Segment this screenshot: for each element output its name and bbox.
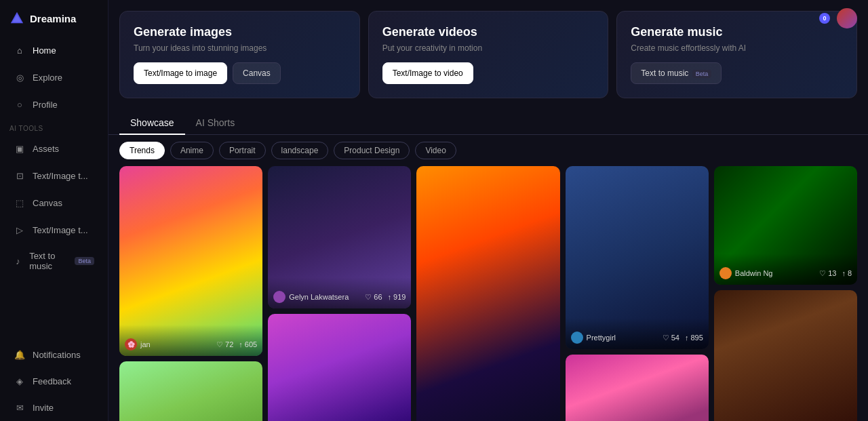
stat-likes-anime: ♡ 66: [365, 293, 382, 302]
gallery-item-anime-overlay: Gelyn Lakwatsera ♡ 66 ↑ 919: [268, 277, 411, 308]
gallery-item-anime-girl[interactable]: Gelyn Lakwatsera ♡ 66 ↑ 919: [268, 166, 411, 308]
filter-product-design[interactable]: Product Design: [334, 142, 410, 159]
sidebar-item-feedback[interactable]: ◈ Feedback: [4, 368, 104, 394]
gallery-item-cat-overlay: Prettygirl ♡ 54 ↑ 895: [566, 318, 709, 349]
text-image2-icon: ▷: [14, 224, 26, 236]
logo[interactable]: Dreamina: [0, 0, 108, 37]
sidebar-profile-label: Profile: [33, 100, 58, 110]
sidebar: Dreamina ⌂ Home ◎ Explore ○ Profile AI t…: [0, 0, 108, 421]
user-avatar-baldwin: [719, 267, 732, 279]
profile-icon: ○: [14, 98, 26, 111]
user-gelyn-name: Gelyn Lakwatsera: [289, 293, 349, 301]
user-jan-name: jan: [140, 340, 151, 348]
header-right: 0: [819, 8, 857, 28]
feedback-icon: ◈: [14, 375, 26, 387]
music-icon: ♪: [14, 255, 22, 267]
gallery-item-woman-beach[interactable]: [416, 166, 559, 421]
sidebar-textmusic-label: Text to music: [29, 251, 66, 271]
sidebar-explore-label: Explore: [33, 73, 62, 83]
gallery-col-3: Prettygirl ♡ 54 ↑ 895: [566, 166, 709, 421]
stat-likes-cat: ♡ 54: [663, 334, 679, 342]
tab-showcase[interactable]: Showcase: [119, 112, 185, 135]
sidebar-item-text-image[interactable]: ⊡ Text/Image t...: [4, 163, 104, 188]
filter-trends[interactable]: Trends: [119, 142, 165, 159]
gallery-user-jan: 🌸 jan: [125, 338, 151, 350]
invite-icon: ✉: [14, 401, 26, 414]
gallery-item-portrait[interactable]: [714, 290, 857, 421]
canvas-icon: ⬚: [14, 197, 26, 209]
sidebar-item-invite[interactable]: ✉ Invite: [4, 395, 104, 420]
gallery-col-1: Gelyn Lakwatsera ♡ 66 ↑ 919: [268, 166, 411, 421]
canvas-btn[interactable]: Canvas: [233, 62, 281, 84]
card-music-title: Generate music: [631, 25, 843, 39]
gallery-item-giraffe-overlay: 🌸 jan ♡ 72 ↑ 605: [119, 325, 262, 356]
card-music-buttons: Text to music Beta: [631, 62, 843, 84]
sidebar-item-canvas[interactable]: ⬚ Canvas: [4, 190, 104, 216]
card-images-title: Generate images: [134, 25, 346, 39]
sidebar-item-explore[interactable]: ◎ Explore: [4, 64, 104, 90]
gallery-col-2: [416, 166, 559, 421]
sidebar-item-assets[interactable]: ▣ Assets: [4, 136, 104, 161]
sidebar-textimage-label: Text/Image t...: [33, 171, 88, 181]
explore-icon: ◎: [14, 71, 26, 83]
sidebar-item-text-music[interactable]: ♪ Text to music Beta: [4, 244, 104, 278]
gallery-item-giraffe[interactable]: 🌸 jan ♡ 72 ↑ 605: [119, 166, 262, 356]
gallery-item-cat-car[interactable]: Prettygirl ♡ 54 ↑ 895: [566, 166, 709, 349]
card-music-subtitle: Create music effortlessly with AI: [631, 43, 843, 53]
sidebar-item-notifications[interactable]: 🔔 Notifications: [4, 342, 104, 367]
user-avatar-gelyn: [273, 291, 285, 303]
sidebar-notifications-label: Notifications: [33, 350, 81, 360]
sidebar-item-text-image2[interactable]: ▷ Text/Image t...: [4, 217, 104, 243]
stat-downloads-anime: ↑ 919: [388, 293, 406, 301]
sidebar-textimage2-label: Text/Image t...: [33, 225, 88, 235]
notifications-icon: 🔔: [14, 348, 26, 361]
gallery-col-4: Baldwin Ng ♡ 13 ↑ 8: [714, 166, 857, 421]
gallery-item-mushroom[interactable]: [566, 355, 709, 421]
user-baldwin-name: Baldwin Ng: [735, 269, 773, 277]
home-icon: ⌂: [14, 44, 26, 56]
sidebar-item-home[interactable]: ⌂ Home: [4, 37, 104, 63]
filter-anime[interactable]: Anime: [170, 142, 214, 159]
text-to-music-btn-label: Text to music: [641, 68, 688, 78]
card-videos: Generate videos Put your creativity in m…: [368, 11, 609, 98]
filter-video[interactable]: Video: [415, 142, 456, 159]
stat-likes-sneaker: ♡ 13: [819, 269, 836, 278]
notification-count[interactable]: 0: [819, 13, 830, 24]
stat-downloads-cat: ↑ 895: [685, 334, 703, 342]
stat-downloads-giraffe: ↑ 605: [239, 340, 257, 348]
text-image-to-video-btn[interactable]: Text/Image to video: [382, 62, 473, 84]
gallery-stats-sneaker: ♡ 13 ↑ 8: [819, 269, 852, 278]
text-to-music-btn[interactable]: Text to music Beta: [631, 62, 722, 84]
gallery-stats-giraffe: ♡ 72 ↑ 605: [216, 340, 257, 349]
gallery-item-zebra[interactable]: [268, 314, 411, 421]
ai-tools-label: AI tools: [0, 118, 108, 135]
text-image-to-image-btn[interactable]: Text/Image to image: [134, 62, 227, 84]
gallery-user-baldwin: Baldwin Ng: [719, 267, 773, 279]
gallery-col-0: 🌸 jan ♡ 72 ↑ 605: [119, 166, 262, 421]
card-videos-buttons: Text/Image to video: [382, 62, 595, 84]
gallery-item-sneaker[interactable]: Baldwin Ng ♡ 13 ↑ 8: [714, 166, 857, 285]
filter-portrait[interactable]: Portrait: [219, 142, 266, 159]
sidebar-item-profile[interactable]: ○ Profile: [4, 92, 104, 117]
gallery-grid: 🌸 jan ♡ 72 ↑ 605: [119, 166, 857, 421]
tab-ai-shorts[interactable]: AI Shorts: [185, 112, 246, 135]
filter-landscape[interactable]: landscape: [271, 142, 329, 159]
gallery-item-food[interactable]: [119, 361, 262, 421]
user-avatar-prettygirl: [571, 332, 583, 344]
header-cards: Generate images Turn your ideas into stu…: [108, 0, 868, 98]
card-images-subtitle: Turn your ideas into stunning images: [134, 43, 346, 53]
sidebar-bottom: 🔔 Notifications ◈ Feedback ✉ Invite: [0, 341, 108, 421]
gallery: 🌸 jan ♡ 72 ↑ 605: [108, 166, 868, 421]
card-videos-title: Generate videos: [382, 25, 595, 39]
card-videos-subtitle: Put your creativity in motion: [382, 43, 595, 53]
sidebar-canvas-label: Canvas: [33, 198, 62, 208]
gallery-stats-anime: ♡ 66 ↑ 919: [365, 293, 406, 302]
gallery-stats-cat: ♡ 54 ↑ 895: [663, 334, 703, 342]
user-prettygirl-name: Prettygirl: [587, 334, 616, 342]
card-images-buttons: Text/Image to image Canvas: [134, 62, 346, 84]
text-music-beta-badge: Beta: [75, 257, 94, 265]
user-avatar[interactable]: [837, 8, 857, 28]
assets-icon: ▣: [14, 142, 26, 155]
gallery-user-prettygirl: Prettygirl: [571, 332, 616, 344]
app-name: Dreamina: [30, 13, 76, 24]
